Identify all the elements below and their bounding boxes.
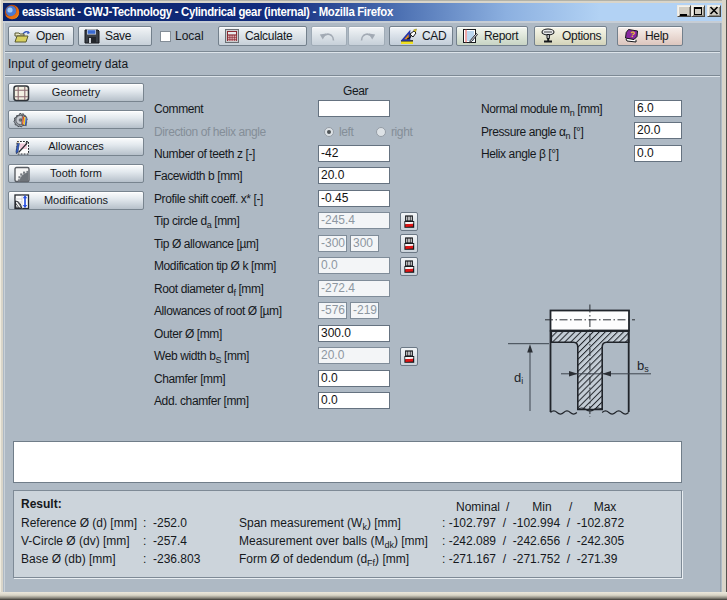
svg-text:bs: bs: [637, 358, 649, 374]
svg-text:di: di: [514, 370, 523, 386]
